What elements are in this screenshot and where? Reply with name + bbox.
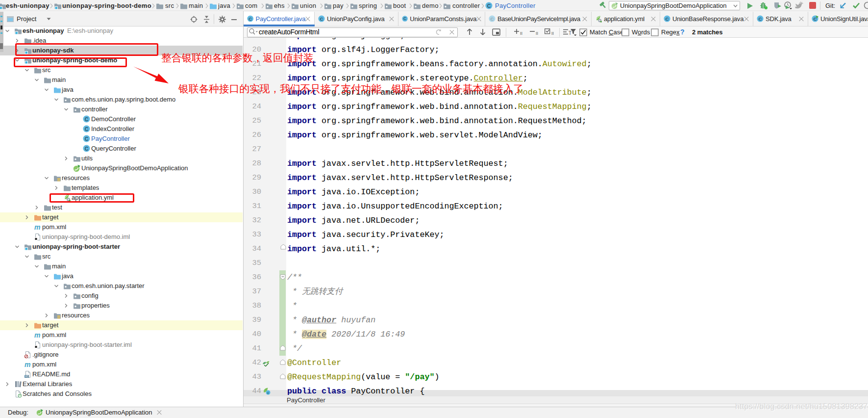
svg-text:C: C xyxy=(758,16,762,22)
svg-text:m: m xyxy=(25,361,30,368)
svg-text:MD: MD xyxy=(25,375,29,378)
svg-text:C: C xyxy=(85,136,89,142)
svg-text:C: C xyxy=(85,146,89,152)
svg-text:m: m xyxy=(34,223,40,231)
svg-text:c: c xyxy=(267,391,269,395)
svg-text:C: C xyxy=(665,16,669,22)
svg-text:II: II xyxy=(520,31,522,36)
svg-text:C: C xyxy=(490,16,494,22)
svg-text:C: C xyxy=(85,116,89,122)
svg-text:C: C xyxy=(403,16,406,21)
svg-text:C: C xyxy=(85,126,89,132)
svg-text:C: C xyxy=(248,16,252,22)
svg-text:m: m xyxy=(34,331,40,339)
svg-text:II: II xyxy=(536,31,538,36)
svg-text:C: C xyxy=(320,16,323,22)
svg-text:II: II xyxy=(551,31,554,36)
svg-text:C: C xyxy=(487,3,491,9)
